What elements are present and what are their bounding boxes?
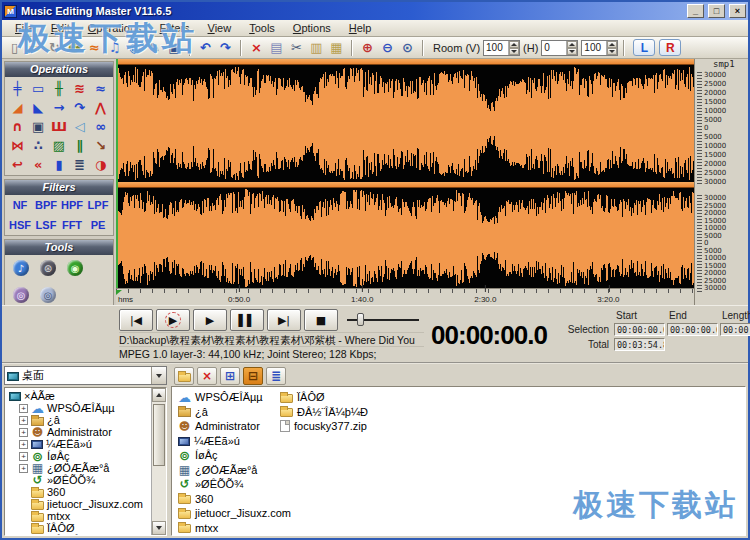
expand-toggle[interactable]: + xyxy=(19,428,28,437)
web-media-icon[interactable]: ◎ xyxy=(13,287,29,303)
loop-icon[interactable]: ∞ xyxy=(90,118,111,134)
menu-help[interactable]: Help xyxy=(340,21,381,35)
fade-out-icon[interactable]: ◣ xyxy=(28,99,49,115)
file-list-item[interactable]: ¼ÆËã»ú xyxy=(178,434,280,449)
video-tool-icon[interactable]: ⊛ xyxy=(40,260,56,276)
minimize-button[interactable]: _ xyxy=(687,4,704,18)
normalize-icon[interactable]: ╫ xyxy=(49,80,70,96)
crossfade-icon[interactable]: ⋈ xyxy=(7,137,28,153)
delete-file-button[interactable]: × xyxy=(197,367,217,385)
expand-toggle[interactable]: + xyxy=(19,440,28,449)
flange-icon[interactable]: ∥ xyxy=(69,137,90,153)
filter-fft-button[interactable]: FFT xyxy=(59,219,85,231)
tree-item[interactable]: +¼ÆËã»ú xyxy=(7,438,151,450)
cd-player-icon[interactable]: ◉ xyxy=(67,260,83,276)
play-end-button[interactable]: ▶| xyxy=(267,309,301,331)
delete-icon[interactable]: × xyxy=(247,38,266,57)
revert-icon[interactable]: ↩ xyxy=(7,156,28,172)
scroll-up-button[interactable] xyxy=(152,388,166,402)
file-list-item[interactable]: WPSÔÆÎÄµµ xyxy=(178,390,280,405)
expand-toggle[interactable]: + xyxy=(19,416,28,425)
zoom-v-spinner[interactable]: 100 xyxy=(483,40,520,56)
import-audio-icon[interactable]: ↻ xyxy=(45,38,64,57)
menu-file[interactable]: File xyxy=(6,21,42,35)
mix-paste-icon[interactable]: ☻ xyxy=(65,38,84,57)
tree-item[interactable]: jietuocr_Jisuxz.com xyxy=(7,498,151,510)
stop-button[interactable]: ■ xyxy=(304,309,338,331)
zoom-h-offset-spinner[interactable]: 0 xyxy=(541,40,578,56)
seek-slider[interactable] xyxy=(347,313,419,327)
compress-icon[interactable]: ∩ xyxy=(7,118,28,134)
play-button[interactable]: ▶ xyxy=(193,309,227,331)
menu-edit[interactable]: Edit xyxy=(42,21,79,35)
chorus-icon[interactable]: ⋀ xyxy=(90,99,111,115)
zoom-h-spinner-value[interactable]: 100 xyxy=(582,41,606,55)
location-combobox[interactable]: 桌面 xyxy=(4,366,167,385)
tree-item[interactable]: ÏÂÔØ xyxy=(7,522,151,534)
fade-in-icon[interactable]: ◢ xyxy=(7,99,28,115)
open-file-icon[interactable]: ▭ xyxy=(25,38,44,57)
expand-toggle[interactable]: + xyxy=(19,404,28,413)
view-icons-button[interactable]: ⊞ xyxy=(220,367,240,385)
tree-item[interactable]: mtxx xyxy=(7,510,151,522)
file-list-item[interactable]: mtxx xyxy=(178,521,280,536)
zoom-out-icon[interactable]: ⊖ xyxy=(378,38,397,57)
audio-cd-icon[interactable]: ♫ xyxy=(105,38,124,57)
noise-icon[interactable]: ≋ xyxy=(69,80,90,96)
cut-icon[interactable]: ✂ xyxy=(287,38,306,57)
scrollbar-thumb[interactable] xyxy=(153,404,165,466)
file-list-item[interactable]: ÍøÂç xyxy=(178,448,280,463)
tree-item[interactable]: ÐÂ½¨ÎÄ¼þ¼Ð xyxy=(7,534,151,535)
insert-silence-icon[interactable]: ▮ xyxy=(49,156,70,172)
menu-filters[interactable]: Filters xyxy=(151,21,199,35)
menu-tools[interactable]: Tools xyxy=(240,21,284,35)
waveform-channel-right[interactable] xyxy=(116,188,694,288)
spin-up-button[interactable] xyxy=(607,41,617,48)
file-list-item[interactable]: ¿â xyxy=(178,405,280,420)
record-microphone-icon[interactable]: ♪ xyxy=(13,260,29,276)
tree-item[interactable]: »ØÊÕÕ¾ xyxy=(7,474,151,486)
tone-icon[interactable]: ≈ xyxy=(90,80,111,96)
edit-icon[interactable]: ✎ xyxy=(145,38,164,57)
tempo-icon[interactable]: Ш xyxy=(49,118,70,134)
menu-options[interactable]: Options xyxy=(284,21,340,35)
paste-new-icon[interactable]: ▦ xyxy=(327,38,346,57)
tree-item[interactable]: +¿ØÖÆÃæ°å xyxy=(7,462,151,474)
view-tiles-button[interactable]: ⊟ xyxy=(243,367,263,385)
file-list-item[interactable]: ÏÂÔØ xyxy=(280,390,382,405)
resample-icon[interactable]: ↘ xyxy=(90,137,111,153)
selection-end-field[interactable]: 00:00:00.0 xyxy=(667,323,718,336)
tree-item[interactable]: 360 xyxy=(7,486,151,498)
go-start-button[interactable]: |◀ xyxy=(119,309,153,331)
view-list-button[interactable]: ≣ xyxy=(266,367,286,385)
combobox-dropdown-button[interactable] xyxy=(151,367,166,384)
maximize-button[interactable]: □ xyxy=(708,4,725,18)
filter-hpf-button[interactable]: HPF xyxy=(59,199,85,211)
tree-item[interactable]: +Administrator xyxy=(7,426,151,438)
filter-bpf-button[interactable]: BPF xyxy=(33,199,59,211)
tree-item[interactable]: +ÍøÂç xyxy=(7,450,151,462)
zoom-h-spinner[interactable]: 100 xyxy=(581,40,618,56)
equalizer-icon[interactable]: ≣ xyxy=(69,156,90,172)
copy-icon[interactable]: ▤ xyxy=(267,38,286,57)
expand-toggle[interactable]: + xyxy=(19,452,28,461)
mute-icon[interactable]: ◁ xyxy=(69,118,90,134)
file-list-item[interactable]: 360 xyxy=(178,492,280,507)
tree-scrollbar[interactable] xyxy=(151,388,166,535)
playhead-line[interactable] xyxy=(116,59,118,288)
menu-view[interactable]: View xyxy=(199,21,241,35)
zoom-fit-icon[interactable]: ⊙ xyxy=(398,38,417,57)
paste-icon[interactable]: ▥ xyxy=(307,38,326,57)
tree-item[interactable]: ×ÀÃæ xyxy=(7,390,151,402)
file-list-item[interactable]: jietuocr_Jisuxz.com xyxy=(178,506,280,521)
right-channel-button[interactable]: R xyxy=(659,39,681,56)
filter-nf-button[interactable]: NF xyxy=(7,199,33,211)
shift-icon[interactable]: → xyxy=(49,99,70,115)
file-list-item[interactable]: ÐÂ½¨ÎÄ¼þ¼Ð xyxy=(280,405,382,420)
file-list-item[interactable]: »ØÊÕÕ¾ xyxy=(178,477,280,492)
close-button[interactable]: × xyxy=(729,4,746,18)
zoom-h-offset-spinner-value[interactable]: 0 xyxy=(542,41,566,55)
slider-thumb[interactable] xyxy=(357,313,364,326)
scatter-icon[interactable]: ∴ xyxy=(28,137,49,153)
amplify-icon[interactable]: ╪ xyxy=(7,80,28,96)
